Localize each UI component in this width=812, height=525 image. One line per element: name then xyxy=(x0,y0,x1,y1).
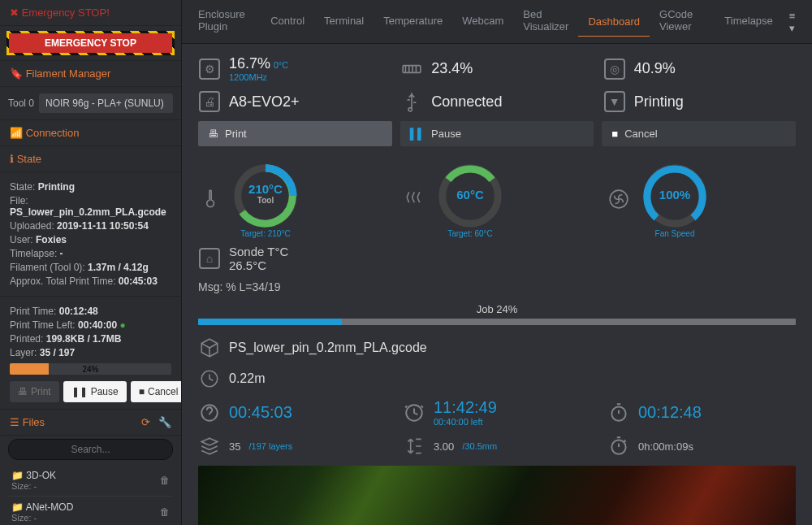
tab-terminal[interactable]: Terminal xyxy=(314,7,374,37)
files-section-header[interactable]: ☰ Files ⟳🔧 xyxy=(0,410,181,436)
tab-timelapse[interactable]: Timelapse xyxy=(715,7,782,37)
dash-cancel-button[interactable]: ■ Cancel xyxy=(602,121,796,146)
fan-gauge: 100% xyxy=(638,159,711,232)
cpu-icon: ⚙ xyxy=(198,58,221,80)
tab-webcam[interactable]: Webcam xyxy=(452,7,513,37)
tab-dashboard[interactable]: Dashboard xyxy=(578,7,650,37)
search-input[interactable] xyxy=(8,439,173,460)
dash-pause-button[interactable]: ▌▌ Pause xyxy=(400,121,594,146)
question-icon xyxy=(198,401,221,424)
chamber-icon: ⌂ xyxy=(198,247,221,270)
layers-icon xyxy=(198,435,221,458)
delete-icon[interactable]: 🗑 xyxy=(160,506,170,518)
tab-gcode-viewer[interactable]: GCode Viewer xyxy=(650,0,715,43)
state-panel: State: Printing File: PS_lower_pin_0.2mm… xyxy=(0,172,181,297)
ram-icon xyxy=(400,58,423,80)
job-progress-bar xyxy=(198,319,796,325)
print-button[interactable]: 🖶 Print xyxy=(10,381,59,402)
printer-message: Msg: % L=34/19 xyxy=(198,280,796,293)
tool-temp-gauge: 210°CTool xyxy=(229,159,302,232)
wrench-icon[interactable]: 🔧 xyxy=(158,416,171,428)
svg-point-9 xyxy=(611,440,625,453)
tool-select[interactable]: NOIR 96g - PLA+ (SUNLU) xyxy=(39,93,173,113)
usb-icon xyxy=(400,90,423,113)
filament-manager-link[interactable]: 🔖 Filament Manager xyxy=(0,61,181,87)
cancel-button[interactable]: ■ Cancel xyxy=(131,381,182,402)
bed-temp-gauge: 60°C xyxy=(434,159,507,232)
time-panel: Print Time: 00:12:48 Print Time Left: 00… xyxy=(0,297,181,410)
job-progress-label: Job 24% xyxy=(198,303,796,315)
disk-icon: ◎ xyxy=(603,58,626,80)
tool-label: Tool 0 xyxy=(8,98,34,109)
delete-icon[interactable]: 🗑 xyxy=(160,475,170,486)
stopwatch-icon xyxy=(607,401,630,424)
tab-enclosure-plugin[interactable]: Enclosure Plugin xyxy=(188,0,261,43)
thermometer-icon xyxy=(198,188,221,210)
state-section-header[interactable]: ℹ State xyxy=(0,146,181,172)
tab-control[interactable]: Control xyxy=(261,7,314,37)
timer-icon xyxy=(607,435,630,458)
heat-icon xyxy=(403,188,425,210)
pause-button[interactable]: ❚❚ Pause xyxy=(63,381,127,402)
printer-icon: 🖨 xyxy=(198,90,221,113)
refresh-icon[interactable]: ⟳ xyxy=(141,416,150,428)
webcam-view xyxy=(198,466,796,525)
emergency-stop-button[interactable]: EMERGENCY STOP xyxy=(9,33,172,53)
tab-menu-icon[interactable]: ≡ ▾ xyxy=(783,10,806,34)
clock-icon xyxy=(403,401,425,424)
sidebar: ✖ Emergency STOP! EMERGENCY STOP 🔖 Filam… xyxy=(0,0,182,525)
emergency-stop-link[interactable]: ✖ Emergency STOP! xyxy=(0,0,181,26)
extrude-icon xyxy=(198,367,221,390)
file-icon xyxy=(198,336,221,359)
dash-print-button[interactable]: 🖶 Print xyxy=(198,121,392,146)
progress-bar: 24% xyxy=(10,363,171,375)
fan-icon xyxy=(607,188,630,210)
tab-temperature[interactable]: Temperature xyxy=(374,7,452,37)
tab-bed-visualizer[interactable]: Bed Visualizer xyxy=(513,0,578,43)
file-item[interactable]: 📁 ANet-MODSize: -🗑 xyxy=(8,497,173,525)
tab-bar: Enclosure PluginControlTerminalTemperatu… xyxy=(182,0,812,44)
height-icon xyxy=(403,435,425,458)
nozzle-icon: ▼ xyxy=(603,90,626,113)
emergency-stop-banner: EMERGENCY STOP xyxy=(0,26,181,61)
connection-section[interactable]: 📶 Connection xyxy=(0,120,181,146)
dashboard: ⚙ 16.7% 0°C 1200MHz 23.4% ◎ 40.9% 🖨A8-EV… xyxy=(182,44,812,525)
file-item[interactable]: 📁 3D-OKSize: -🗑 xyxy=(8,465,173,497)
